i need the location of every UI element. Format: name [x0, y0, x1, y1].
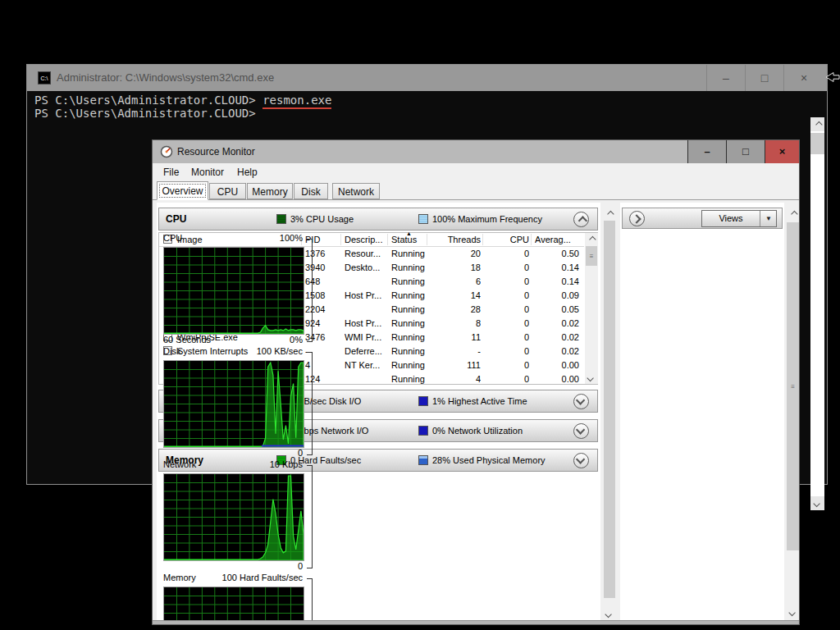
- menu-help[interactable]: Help: [231, 163, 263, 181]
- resmon-minimize-button[interactable]: –: [687, 140, 726, 163]
- cmd-icon: C:\: [38, 71, 51, 84]
- collapse-panel-chevron-icon[interactable]: [629, 211, 645, 226]
- cell-threads: 4: [430, 372, 481, 386]
- scroll-up-icon[interactable]: [603, 208, 616, 220]
- cell-status: Running: [391, 358, 432, 372]
- resmon-titlebar[interactable]: Resource Monitor – □ ×: [153, 140, 799, 164]
- scroll-up-icon[interactable]: [786, 208, 800, 220]
- cell-description: [345, 372, 386, 386]
- scrollbar-thumb[interactable]: ≡: [787, 222, 799, 550]
- typed-command: resmon.exe: [262, 94, 331, 109]
- tab-memory[interactable]: Memory: [247, 183, 293, 199]
- dropdown-arrow-icon[interactable]: ▼: [760, 211, 777, 226]
- memory-faults-graph: [163, 587, 304, 625]
- tab-disk[interactable]: Disk: [294, 183, 328, 199]
- scrollbar-thumb[interactable]: ≡: [586, 246, 597, 266]
- cell-description: NT Ker...: [345, 358, 386, 372]
- sort-ascending-icon: ▲: [406, 231, 412, 236]
- cell-cpu: 0: [486, 372, 529, 386]
- cell-average-cpu: 0.00: [533, 372, 579, 386]
- collapse-chevron-icon[interactable]: [573, 212, 589, 227]
- scrollbar-thumb[interactable]: [604, 221, 615, 598]
- cell-threads: 28: [430, 303, 481, 317]
- expand-chevron-icon[interactable]: [573, 423, 589, 439]
- cell-status: Running: [391, 275, 432, 289]
- used-memory-stat: 28% Used Physical Memory: [432, 450, 546, 471]
- cell-average-cpu: 0.02: [533, 317, 579, 331]
- cpu-usage-graph: [163, 247, 304, 335]
- cell-status: Running: [391, 261, 432, 275]
- cell-cpu: 0: [486, 247, 529, 261]
- network-graph-min-label: 0: [298, 561, 303, 571]
- graphs-panel-header: Views ▼: [622, 208, 783, 229]
- graphs-panel: Views ▼: [620, 203, 784, 620]
- memory-graph-label: Memory: [163, 573, 196, 582]
- left-panel-scrollbar[interactable]: [603, 208, 616, 620]
- max-frequency-stat: 100% Maximum Frequency: [432, 208, 542, 230]
- menu-file[interactable]: File: [158, 163, 185, 181]
- cmd-maximize-button[interactable]: □: [745, 65, 783, 91]
- cpu-graph-min-label: 0%: [290, 335, 303, 345]
- process-table-scrollbar[interactable]: ≡: [585, 233, 598, 384]
- column-divider: [482, 234, 483, 245]
- scroll-down-icon[interactable]: [810, 496, 824, 510]
- cell-description: Host Pr...: [345, 289, 386, 303]
- expand-chevron-icon[interactable]: [573, 394, 589, 409]
- cell-description: Host Pr...: [345, 317, 386, 331]
- tab-network[interactable]: Network: [332, 183, 380, 199]
- cpu-usage-icon: [276, 214, 286, 224]
- resmon-app-icon: [160, 145, 173, 158]
- column-header-average-cpu[interactable]: Averag...: [535, 233, 581, 247]
- tab-overview[interactable]: Overview: [157, 181, 208, 200]
- tab-strip: Overview CPU Memory Disk Network: [153, 181, 799, 200]
- scroll-down-icon[interactable]: [603, 608, 616, 620]
- graphs-panel-scrollbar[interactable]: ≡: [786, 208, 800, 620]
- scroll-down-icon[interactable]: [585, 372, 598, 384]
- resmon-window-title: Resource Monitor: [177, 140, 255, 163]
- cmd-scrollbar[interactable]: [810, 117, 824, 510]
- cpu-section-header[interactable]: CPU 3% CPU Usage 100% Maximum Frequency: [158, 208, 598, 231]
- cmd-close-button[interactable]: ×: [783, 65, 824, 91]
- cell-description: Deferre...: [345, 345, 386, 358]
- disk-graph-min-label: 0: [298, 448, 303, 458]
- views-button[interactable]: Views ▼: [701, 210, 777, 227]
- cmd-minimize-button[interactable]: –: [706, 65, 745, 91]
- cmd-titlebar[interactable]: C:\ Administrator: C:\Windows\system32\c…: [27, 65, 827, 91]
- network-utilization-stat: 0% Network Utilization: [432, 420, 523, 441]
- disk-active-time-icon: [418, 396, 428, 406]
- cell-status: Running: [391, 303, 432, 317]
- expand-chevron-icon[interactable]: [573, 453, 589, 468]
- scroll-up-icon[interactable]: [585, 233, 598, 245]
- column-header-threads[interactable]: Threads: [430, 233, 481, 247]
- cell-description: Resour...: [345, 247, 386, 261]
- column-divider: [531, 234, 532, 245]
- network-graph-label: Network: [163, 459, 196, 469]
- tab-cpu[interactable]: CPU: [209, 183, 246, 199]
- cell-cpu: 0: [486, 345, 529, 358]
- resource-monitor-window: Resource Monitor – □ × File Monitor Help…: [152, 139, 800, 625]
- cell-description: [345, 303, 386, 317]
- terminal-line: PS C:\Users\Administrator.CLOUD> resmon.…: [34, 94, 331, 107]
- cell-cpu: 0: [486, 275, 529, 289]
- cmd-window-title: Administrator: C:\Windows\system32\cmd.e…: [57, 65, 274, 91]
- cell-threads: 111: [430, 358, 481, 372]
- cell-threads: 8: [430, 317, 481, 331]
- column-header-cpu[interactable]: CPU: [486, 233, 529, 247]
- cell-cpu: 0: [486, 261, 529, 275]
- disk-graph-label: Disk: [163, 346, 180, 356]
- scroll-up-icon[interactable]: [810, 117, 824, 131]
- disk-active-time-stat: 1% Highest Active Time: [432, 390, 527, 412]
- cell-cpu: 0: [486, 331, 529, 345]
- resmon-maximize-button[interactable]: □: [726, 140, 765, 163]
- menu-monitor[interactable]: Monitor: [185, 163, 230, 181]
- cell-average-cpu: 0.00: [533, 358, 579, 372]
- scrollbar-thumb[interactable]: [810, 133, 824, 154]
- network-graph-max-label: 10 Kbps: [270, 459, 303, 469]
- resmon-close-button[interactable]: ×: [765, 140, 799, 163]
- column-header-description[interactable]: Descrip...: [345, 233, 386, 247]
- cell-threads: 6: [430, 275, 481, 289]
- column-divider: [387, 234, 388, 245]
- memory-graph-max-label: 100 Hard Faults/sec: [222, 573, 303, 582]
- scroll-down-icon[interactable]: [786, 606, 800, 619]
- column-divider: [340, 234, 341, 245]
